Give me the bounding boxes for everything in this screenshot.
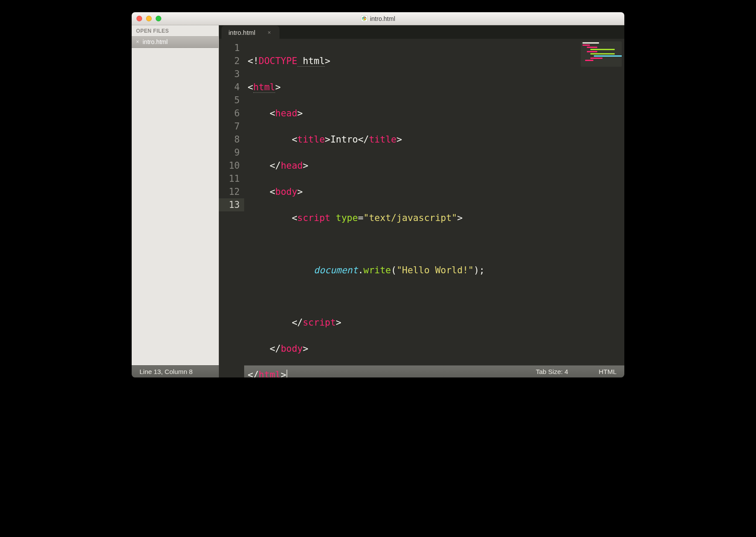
minimize-icon[interactable] [146, 16, 152, 21]
tab-intro[interactable]: intro.html × [221, 26, 279, 39]
code-line: </body> [248, 342, 624, 355]
window-title-text: intro.html [370, 15, 395, 22]
code-line: </script> [248, 316, 624, 329]
tab-label: intro.html [228, 29, 255, 36]
svg-point-0 [362, 17, 366, 20]
editor-pane: intro.html × 1 2 3 4 5 6 7 8 9 10 11 [219, 25, 624, 365]
code-line: <head> [248, 107, 624, 120]
titlebar[interactable]: intro.html [132, 12, 624, 25]
code-line: document.write("Hello World!"); [248, 264, 624, 277]
tab-bar: intro.html × [219, 25, 624, 39]
code-line: <html> [248, 81, 624, 94]
code-line: <title>Intro</title> [248, 133, 624, 146]
svg-point-1 [364, 18, 365, 19]
code-content[interactable]: <!DOCTYPE html> <html> <head> <title>Int… [244, 39, 624, 377]
sidebar-item-label: intro.html [143, 38, 168, 45]
close-icon[interactable] [136, 16, 142, 21]
code-line: <!DOCTYPE html> [248, 54, 624, 68]
close-tab-icon[interactable]: × [268, 29, 271, 36]
gutter: 1 2 3 4 5 6 7 8 9 10 11 12 13 [219, 39, 244, 377]
code-line [248, 290, 624, 303]
minimap[interactable] [581, 41, 622, 67]
code-area[interactable]: 1 2 3 4 5 6 7 8 9 10 11 12 13 <!DOCTYPE … [219, 39, 624, 377]
code-line: <body> [248, 185, 624, 198]
window-title: intro.html [132, 15, 624, 22]
code-line: <script type="text/javascript"> [248, 211, 624, 224]
editor-window: intro.html OPEN FILES × intro.html intro… [132, 12, 624, 377]
code-line: </html> [248, 368, 624, 377]
status-position[interactable]: Line 13, Column 8 [140, 368, 193, 375]
sidebar: OPEN FILES × intro.html [132, 25, 219, 365]
window-controls [132, 16, 161, 21]
close-file-icon[interactable]: × [136, 39, 139, 44]
file-icon [361, 15, 368, 22]
code-line [248, 238, 624, 251]
cursor [286, 370, 287, 377]
zoom-icon[interactable] [156, 16, 161, 21]
code-line: </head> [248, 159, 624, 172]
sidebar-item-intro[interactable]: × intro.html [132, 36, 218, 48]
open-files-header: OPEN FILES [132, 25, 218, 36]
